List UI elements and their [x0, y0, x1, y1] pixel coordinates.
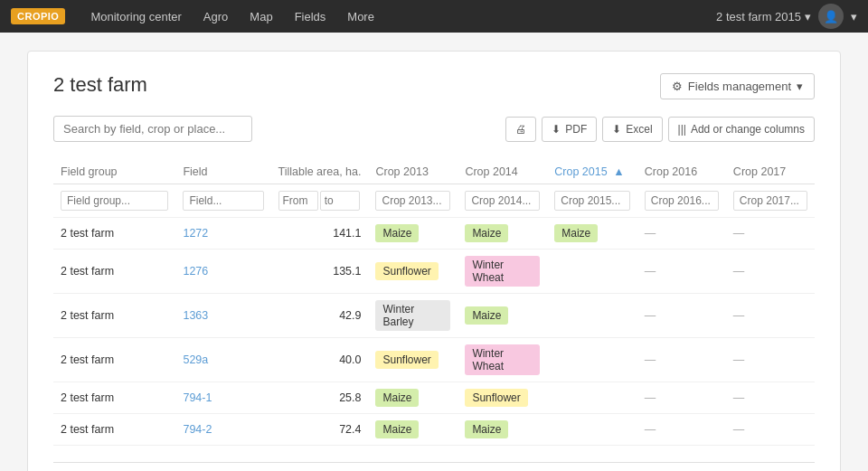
add-cols-label: Add or change columns	[691, 123, 805, 136]
farm-selector[interactable]: 2 test farm 2015 ▾	[716, 10, 811, 24]
filter-crop2016-cell	[637, 184, 726, 218]
print-icon: 🖨	[515, 123, 526, 136]
crop-badge: Winter Wheat	[465, 344, 540, 375]
nav-right: 2 test farm 2015 ▾ 👤 ▾	[716, 4, 857, 29]
field-link[interactable]: 1272	[183, 227, 208, 240]
crop-cell-crop2016: —	[637, 414, 726, 446]
crop-cell-crop2016: —	[637, 382, 726, 414]
field-link[interactable]: 1276	[183, 265, 208, 278]
field-link[interactable]: 1363	[183, 309, 208, 322]
filter-field[interactable]	[183, 191, 263, 211]
sort-arrow-icon: ▲	[613, 165, 624, 178]
nav-agro[interactable]: Agro	[193, 0, 239, 33]
table-row: 2 test farm529a40.0SunflowerWinter Wheat…	[53, 338, 815, 382]
crop-cell-crop2015	[547, 294, 637, 338]
crop-cell-crop2014: Winter Wheat	[458, 250, 547, 294]
action-buttons: 🖨 ⬇ PDF ⬇ Excel ||| Add or change column…	[505, 117, 815, 142]
crop-badge: Sunflower	[375, 262, 438, 280]
crop-cell-crop2013: Maize	[368, 218, 458, 250]
add-columns-button[interactable]: ||| Add or change columns	[668, 117, 815, 142]
field-link[interactable]: 529a	[183, 353, 208, 366]
crop-cell-crop2016: —	[637, 338, 726, 382]
crop-cell-crop2013: Maize	[368, 382, 458, 414]
crop-cell-crop2016: —	[637, 218, 726, 250]
crop-cell-crop2015	[547, 382, 637, 414]
col-header-crop2015[interactable]: Crop 2015 ▲	[547, 160, 637, 184]
dropdown-arrow-icon: ▾	[797, 80, 803, 93]
filter-field-group[interactable]	[61, 191, 168, 211]
crop-cell-crop2014: Maize	[458, 414, 547, 446]
table-row: 2 test farm794-125.8MaizeSunflower——	[53, 382, 815, 414]
page-title: 2 test farm	[53, 73, 147, 97]
user-icon: 👤	[824, 10, 838, 24]
farm-selector-label: 2 test farm 2015	[716, 10, 801, 24]
filter-field-group-cell	[53, 184, 175, 218]
crop-badge: Maize	[554, 224, 598, 242]
crop-badge: Sunflower	[465, 389, 527, 407]
area-cell: 72.4	[271, 414, 369, 446]
nav-map[interactable]: Map	[239, 0, 283, 33]
user-dropdown-arrow: ▾	[851, 10, 857, 24]
columns-icon: |||	[678, 123, 686, 136]
fields-table: Field group Field Tillable area, ha. Cro…	[53, 160, 815, 446]
crop-badge: Maize	[465, 224, 508, 242]
crop-cell-crop2016: —	[637, 294, 726, 338]
field-link[interactable]: 794-1	[183, 391, 212, 404]
fields-mgmt-label: Fields management	[688, 80, 791, 93]
crop-cell-crop2013: Sunflower	[368, 338, 458, 382]
crop-cell-crop2014: Sunflower	[458, 382, 547, 414]
crop-badge: Maize	[375, 224, 419, 242]
navbar: CROPIO Monitoring center Agro Map Fields…	[0, 0, 868, 33]
filter-crop2013-cell	[368, 184, 458, 218]
col-header-crop2014[interactable]: Crop 2014	[458, 160, 547, 184]
filter-crop2015[interactable]	[554, 191, 629, 211]
crop-badge: Winter Wheat	[465, 256, 540, 287]
nav-fields[interactable]: Fields	[284, 0, 337, 33]
download-icon: ⬇	[552, 123, 561, 136]
chevron-down-icon: ▾	[805, 10, 811, 24]
filter-crop2014-cell	[458, 184, 547, 218]
user-menu[interactable]: 👤	[818, 4, 844, 29]
print-button[interactable]: 🖨	[505, 117, 536, 142]
fields-management-button[interactable]: ⚙ Fields management ▾	[660, 73, 815, 99]
page-card: 2 test farm ⚙ Fields management ▾ 🖨 ⬇ PD…	[27, 51, 841, 471]
crop-cell-crop2017: —	[726, 338, 815, 382]
filter-area-range	[278, 191, 362, 211]
filter-crop2013[interactable]	[375, 191, 450, 211]
crop-cell-crop2014: Maize	[458, 294, 547, 338]
crop-cell-crop2014: Maize	[458, 218, 547, 250]
filter-field-cell	[175, 184, 270, 218]
pdf-button[interactable]: ⬇ PDF	[542, 117, 597, 142]
excel-button[interactable]: ⬇ Excel	[602, 117, 662, 142]
crop-cell-crop2017: —	[726, 294, 815, 338]
area-cell: 135.1	[271, 250, 369, 294]
filter-crop2017-cell	[726, 184, 815, 218]
col-header-area: Tillable area, ha.	[271, 160, 369, 184]
table-body: 2 test farm1272141.1MaizeMaizeMaize——2 t…	[53, 218, 815, 446]
crop-cell-crop2017: —	[726, 250, 815, 294]
filter-crop2014[interactable]	[465, 191, 540, 211]
table-row: 2 test farm794-272.4MaizeMaize——	[53, 414, 815, 446]
filter-crop2017[interactable]	[733, 191, 807, 211]
excel-label: Excel	[626, 123, 652, 136]
col-header-crop2016[interactable]: Crop 2016	[637, 160, 726, 184]
field-link[interactable]: 794-2	[183, 423, 212, 436]
nav-monitoring[interactable]: Monitoring center	[80, 0, 192, 33]
table-header-row: Field group Field Tillable area, ha. Cro…	[53, 160, 815, 184]
search-input[interactable]	[53, 116, 252, 142]
toolbar: 🖨 ⬇ PDF ⬇ Excel ||| Add or change column…	[53, 116, 815, 142]
filter-crop2015-cell	[547, 184, 637, 218]
crop-badge: Maize	[465, 306, 508, 325]
nav-more[interactable]: More	[336, 0, 385, 33]
area-cell: 25.8	[271, 382, 369, 414]
filter-area-from[interactable]	[278, 191, 318, 211]
col-header-crop2017[interactable]: Crop 2017	[726, 160, 815, 184]
filter-crop2016[interactable]	[645, 191, 719, 211]
col-header-crop2013[interactable]: Crop 2013	[368, 160, 458, 184]
download-excel-icon: ⬇	[612, 123, 621, 136]
crop-cell-crop2013: Winter Barley	[368, 294, 458, 338]
filter-area-to[interactable]	[320, 191, 360, 211]
crop-badge: Maize	[465, 420, 508, 438]
table-row: 2 test farm1276135.1SunflowerWinter Whea…	[53, 250, 815, 294]
pdf-label: PDF	[565, 123, 587, 136]
